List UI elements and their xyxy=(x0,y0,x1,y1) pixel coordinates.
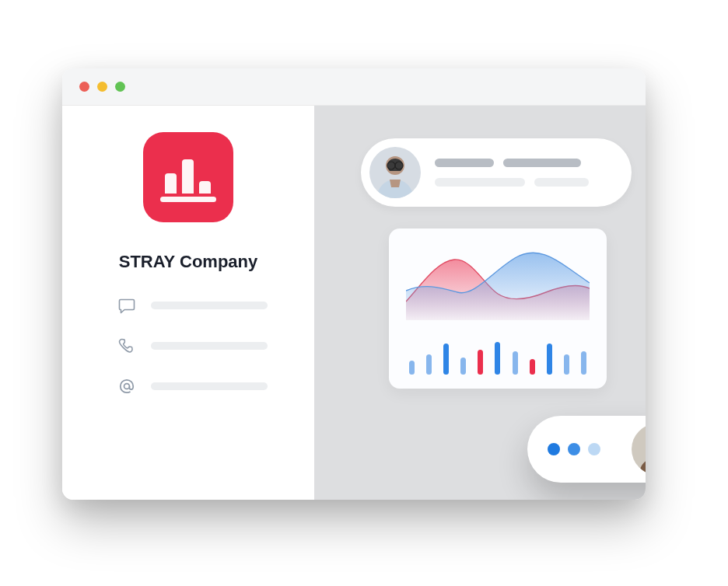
message-line xyxy=(534,178,589,187)
message-bubble[interactable] xyxy=(361,138,632,207)
message-line xyxy=(435,159,494,167)
chat-icon xyxy=(117,295,137,316)
app-window: STRAY Company xyxy=(62,68,646,500)
typing-dot xyxy=(568,443,580,455)
window-close-button[interactable] xyxy=(79,82,89,92)
bar xyxy=(581,351,586,375)
message-line xyxy=(435,178,525,187)
bar xyxy=(409,361,415,375)
svg-point-0 xyxy=(124,384,130,389)
main-panel xyxy=(314,106,646,500)
company-app-icon xyxy=(143,132,233,222)
avatar-responder xyxy=(632,424,646,475)
window-title-bar xyxy=(62,68,646,106)
bar-chart-icon xyxy=(160,152,216,202)
bar xyxy=(513,351,518,375)
typing-indicator-bubble[interactable] xyxy=(527,416,646,483)
contact-phone-row[interactable] xyxy=(117,336,268,356)
contact-chat-placeholder xyxy=(151,302,268,309)
company-name: STRAY Company xyxy=(119,252,258,272)
typing-dot xyxy=(548,443,560,455)
bar xyxy=(460,358,466,375)
sidebar: STRAY Company xyxy=(62,106,314,500)
at-sign-icon xyxy=(117,376,137,396)
contact-email-placeholder xyxy=(151,382,268,390)
mini-bar-chart xyxy=(406,337,590,375)
message-line xyxy=(503,159,581,167)
contact-email-row[interactable] xyxy=(117,376,268,396)
bar xyxy=(547,344,552,375)
bar xyxy=(478,350,483,375)
phone-icon xyxy=(117,336,137,356)
message-content xyxy=(435,159,589,187)
bar xyxy=(426,354,432,375)
bar xyxy=(564,354,569,375)
app-body: STRAY Company xyxy=(62,106,646,500)
chart-card[interactable] xyxy=(389,228,607,389)
window-maximize-button[interactable] xyxy=(115,82,125,92)
avatar-sender xyxy=(369,147,421,198)
contact-list xyxy=(62,295,268,396)
bar xyxy=(530,359,535,375)
typing-dots xyxy=(548,443,624,455)
bar xyxy=(495,342,500,375)
area-chart-icon xyxy=(406,246,590,320)
typing-dot xyxy=(588,443,600,455)
contact-chat-row[interactable] xyxy=(117,295,268,316)
bar xyxy=(443,344,449,375)
contact-phone-placeholder xyxy=(151,342,268,350)
window-minimize-button[interactable] xyxy=(97,82,107,92)
